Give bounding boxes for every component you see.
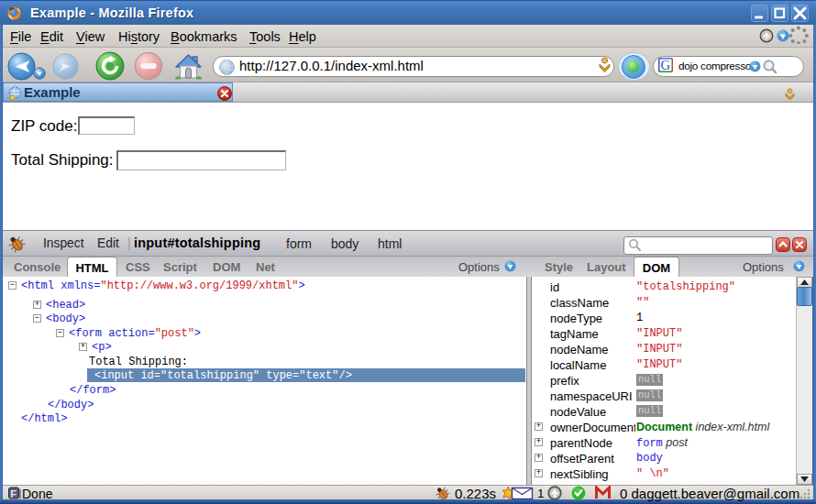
svg-text:G: G (661, 58, 671, 72)
svg-text:F: F (10, 488, 17, 499)
